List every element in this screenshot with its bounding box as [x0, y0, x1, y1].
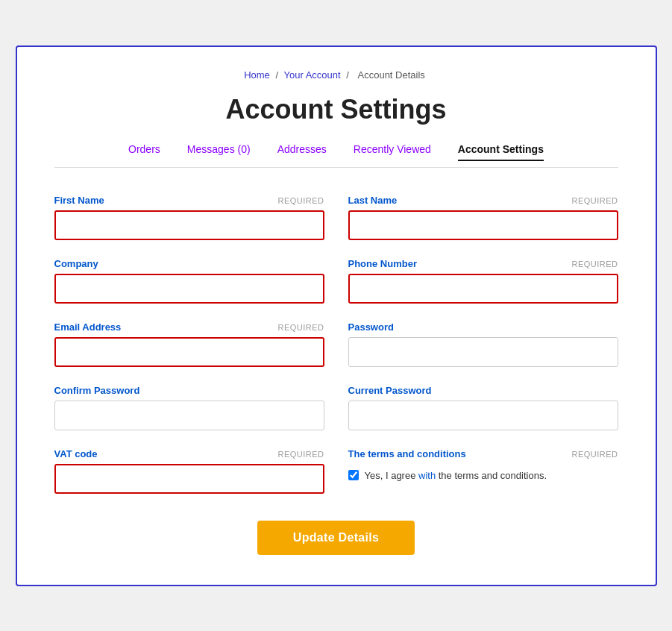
- label-company: Company: [54, 258, 98, 269]
- account-settings-form: First Name REQUIRED Last Name REQUIRED C…: [54, 195, 618, 494]
- input-phone-number[interactable]: [348, 274, 618, 304]
- tab-addresses[interactable]: Addresses: [277, 143, 327, 161]
- input-last-name[interactable]: [348, 210, 618, 240]
- field-password: Password: [348, 321, 618, 367]
- required-last-name: REQUIRED: [571, 196, 618, 205]
- input-password[interactable]: [348, 337, 618, 367]
- label-current-password: Current Password: [348, 385, 432, 396]
- terms-checkbox[interactable]: [348, 470, 359, 480]
- page-title: Account Settings: [54, 94, 618, 125]
- required-first-name: REQUIRED: [277, 196, 324, 205]
- required-terms: REQUIRED: [571, 450, 618, 459]
- label-last-name: Last Name: [348, 195, 398, 206]
- label-terms: The terms and conditions: [348, 448, 466, 459]
- field-company: Company: [54, 258, 324, 304]
- required-vat-code: REQUIRED: [277, 450, 324, 459]
- label-email-address: Email Address: [54, 321, 122, 333]
- required-email-address: REQUIRED: [277, 323, 324, 332]
- submit-container: Update Details: [54, 521, 618, 555]
- tab-recently-viewed[interactable]: Recently Viewed: [354, 143, 431, 161]
- breadcrumb: Home / Your Account / Account Details: [54, 69, 618, 81]
- terms-checkbox-row: Yes, I agree with the terms and conditio…: [348, 470, 618, 481]
- label-confirm-password: Confirm Password: [54, 385, 140, 396]
- breadcrumb-home[interactable]: Home: [244, 69, 270, 81]
- tab-account-settings[interactable]: Account Settings: [458, 143, 544, 161]
- label-phone-number: Phone Number: [348, 258, 417, 269]
- required-phone-number: REQUIRED: [571, 260, 618, 269]
- label-password: Password: [348, 321, 394, 333]
- field-email-address: Email Address REQUIRED: [54, 321, 324, 367]
- terms-text: Yes, I agree with the terms and conditio…: [365, 470, 547, 481]
- label-vat-code: VAT code: [54, 448, 98, 459]
- field-phone-number: Phone Number REQUIRED: [348, 258, 618, 304]
- field-last-name: Last Name REQUIRED: [348, 195, 618, 240]
- input-company[interactable]: [54, 274, 324, 304]
- update-details-button[interactable]: Update Details: [257, 521, 415, 555]
- field-confirm-password: Confirm Password: [54, 385, 324, 430]
- page-container: Home / Your Account / Account Details Ac…: [16, 45, 657, 586]
- input-email-address[interactable]: [54, 337, 324, 367]
- field-first-name: First Name REQUIRED: [54, 195, 324, 240]
- tab-messages[interactable]: Messages (0): [187, 143, 251, 161]
- breadcrumb-your-account[interactable]: Your Account: [283, 69, 340, 81]
- label-first-name: First Name: [54, 195, 104, 206]
- input-first-name[interactable]: [54, 210, 324, 240]
- field-vat-code: VAT code REQUIRED: [54, 448, 324, 494]
- input-vat-code[interactable]: [54, 464, 324, 494]
- input-confirm-password[interactable]: [54, 401, 324, 430]
- field-current-password: Current Password: [348, 385, 618, 430]
- tab-orders[interactable]: Orders: [128, 143, 160, 161]
- input-current-password[interactable]: [348, 401, 618, 430]
- field-terms: The terms and conditions REQUIRED Yes, I…: [348, 448, 618, 494]
- tabs-nav: Orders Messages (0) Addresses Recently V…: [54, 143, 618, 168]
- breadcrumb-current: Account Details: [358, 69, 425, 81]
